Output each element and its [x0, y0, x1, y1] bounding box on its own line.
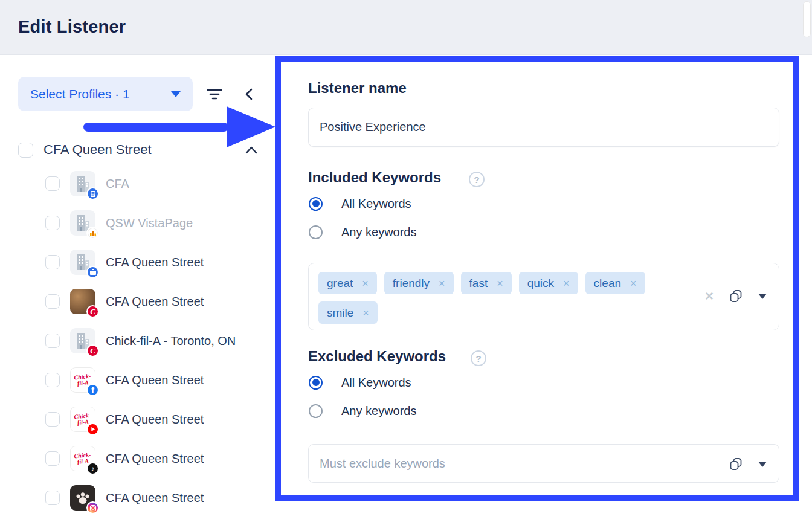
- remove-keyword-icon[interactable]: ×: [362, 308, 369, 318]
- clear-all-icon[interactable]: ×: [705, 289, 714, 303]
- profile-avatar: C: [70, 289, 95, 314]
- keyword-text: smile: [327, 306, 353, 320]
- profile-avatar: [70, 171, 95, 196]
- profile-checkbox[interactable]: [45, 216, 60, 230]
- profile-checkbox[interactable]: [45, 176, 60, 191]
- profile-avatar: C: [70, 328, 95, 353]
- platform-badge-icon: [86, 423, 99, 436]
- help-icon[interactable]: ?: [469, 172, 485, 187]
- chevron-left-icon: [242, 87, 257, 102]
- platform-badge-icon: f: [86, 384, 99, 396]
- profile-name: CFA Queen Street: [106, 256, 204, 269]
- profile-avatar: Chick-fil-A ♪: [70, 446, 95, 471]
- radio-row: All Keywords: [309, 375, 417, 390]
- chevron-down-icon: [171, 91, 181, 97]
- profile-row[interactable]: Chick-fil-A f CFA Queen Street: [45, 367, 236, 393]
- profile-checkbox[interactable]: [45, 294, 60, 309]
- profile-checkbox[interactable]: [45, 373, 60, 387]
- keyword-chip: quick ×: [519, 272, 578, 294]
- profile-checkbox[interactable]: [45, 334, 60, 348]
- profile-row[interactable]: CFA Queen Street: [45, 250, 236, 275]
- profile-checkbox[interactable]: [45, 412, 60, 427]
- chevron-up-icon[interactable]: [244, 144, 259, 155]
- scrollbar-thumb[interactable]: [804, 2, 810, 37]
- platform-badge-icon: [86, 266, 99, 279]
- remove-keyword-icon[interactable]: ×: [439, 278, 445, 289]
- help-icon[interactable]: ?: [471, 350, 486, 366]
- select-profiles-label: Select Profiles · 1: [30, 87, 130, 102]
- platform-badge-icon: [86, 187, 99, 200]
- listener-form-panel: Listener name Included Keywords ? All Ke…: [275, 56, 799, 501]
- radio-label: All Keywords: [341, 197, 411, 211]
- radio-row: Any keywords: [309, 224, 417, 240]
- excluded-keywords-heading: Excluded Keywords: [308, 348, 446, 365]
- radio-any-keywords-excluded[interactable]: [309, 404, 323, 418]
- radio-any-keywords-included[interactable]: [309, 225, 323, 239]
- excluded-match-options: All Keywords Any keywords: [309, 375, 417, 419]
- profile-row[interactable]: QSW VistaPage: [45, 210, 236, 236]
- radio-label: Any keywords: [341, 404, 417, 418]
- profile-row[interactable]: C CFA Queen Street: [45, 289, 236, 314]
- header: Edit Listener: [0, 0, 812, 55]
- remove-keyword-icon[interactable]: ×: [497, 278, 503, 289]
- platform-badge-icon: [86, 501, 99, 514]
- chevron-down-icon[interactable]: [758, 462, 767, 467]
- listener-name-input[interactable]: [308, 108, 779, 147]
- profile-avatar: [70, 485, 95, 511]
- profile-avatar: [70, 250, 95, 275]
- keyword-chip: clean ×: [585, 272, 645, 294]
- platform-badge-icon: ♪: [86, 462, 99, 475]
- group-checkbox[interactable]: [18, 143, 33, 158]
- radio-row: All Keywords: [309, 196, 417, 211]
- profile-name: CFA Queen Street: [106, 452, 204, 466]
- radio-label: All Keywords: [341, 376, 411, 390]
- listener-name-label: Listener name: [308, 80, 407, 97]
- remove-keyword-icon[interactable]: ×: [362, 278, 369, 289]
- radio-all-keywords-included[interactable]: [309, 197, 323, 211]
- excluded-keywords-placeholder: Must exclude keywords: [320, 457, 445, 471]
- keyword-text: clean: [594, 277, 621, 290]
- remove-keyword-icon[interactable]: ×: [563, 278, 570, 289]
- filter-button[interactable]: [201, 80, 228, 108]
- keyword-chip: smile ×: [318, 301, 378, 324]
- profile-row[interactable]: Chick-fil-A ♪ CFA Queen Street: [45, 446, 236, 471]
- edit-listener-window: Edit Listener Select Profiles · 1: [0, 0, 812, 522]
- platform-badge-icon: [86, 227, 99, 239]
- profile-name: CFA Queen Street: [106, 373, 204, 387]
- keyword-text: quick: [527, 277, 554, 290]
- profile-group-row[interactable]: CFA Queen Street: [18, 142, 259, 158]
- platform-badge-icon: C: [86, 305, 99, 318]
- profile-name: QSW VistaPage: [106, 216, 193, 230]
- radio-label: Any keywords: [341, 225, 417, 239]
- chevron-down-icon[interactable]: [758, 294, 767, 299]
- keyword-chip: great ×: [318, 272, 377, 294]
- profiles-sidebar: Select Profiles · 1 CFA Queen Street: [0, 55, 275, 522]
- profile-name: CFA Queen Street: [106, 413, 204, 427]
- profile-row[interactable]: Chick-fil-A CFA Queen Street: [45, 407, 236, 432]
- collapse-sidebar-button[interactable]: [236, 80, 263, 108]
- keyword-text: friendly: [393, 277, 430, 290]
- annotation-arrow-bar: [83, 123, 228, 132]
- profile-avatar: Chick-fil-A: [70, 407, 95, 432]
- excluded-keywords-input[interactable]: Must exclude keywords: [308, 444, 779, 483]
- select-profiles-dropdown[interactable]: Select Profiles · 1: [18, 77, 193, 111]
- profile-avatar: Chick-fil-A f: [70, 367, 95, 393]
- keyword-text: fast: [469, 277, 488, 290]
- profile-checkbox[interactable]: [45, 451, 60, 466]
- included-keywords-input[interactable]: great × friendly × fast × quick: [308, 263, 779, 330]
- profile-name: CFA Queen Street: [106, 295, 204, 309]
- profile-row[interactable]: C Chick-fil-A - Toronto, ON: [45, 328, 236, 353]
- profile-checkbox[interactable]: [45, 255, 60, 269]
- remove-keyword-icon[interactable]: ×: [630, 278, 637, 289]
- profile-name: CFA: [106, 177, 129, 191]
- profile-checkbox[interactable]: [45, 491, 60, 505]
- included-match-options: All Keywords Any keywords: [309, 196, 417, 240]
- profile-row[interactable]: CFA: [45, 171, 236, 196]
- included-keywords-heading: Included Keywords: [308, 169, 441, 186]
- copy-icon[interactable]: [729, 289, 743, 303]
- copy-icon[interactable]: [729, 457, 743, 471]
- radio-all-keywords-excluded[interactable]: [309, 376, 323, 390]
- profile-row[interactable]: CFA Queen Street: [45, 485, 236, 511]
- keyword-chip: fast ×: [461, 272, 512, 294]
- profile-name: Chick-fil-A - Toronto, ON: [106, 334, 236, 348]
